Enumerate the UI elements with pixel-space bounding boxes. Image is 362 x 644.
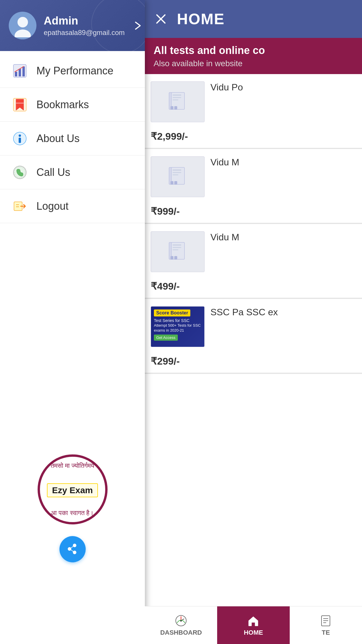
product-item-2[interactable]: Vidu M ₹999/- (145, 149, 362, 224)
nav-home-label: HOME (244, 629, 263, 636)
svg-rect-40 (19, 138, 21, 143)
nav-dashboard-label: DASHBOARD (160, 629, 202, 636)
svg-rect-13 (173, 174, 178, 175)
svg-rect-7 (171, 106, 173, 110)
share-icon (65, 542, 80, 556)
product-info-2: Vidu M (210, 156, 356, 169)
product-item-4[interactable]: Score Booster Test Series for SSC Attemp… (145, 299, 362, 374)
sidebar-item-about[interactable]: About Us (0, 122, 145, 155)
promo-subtitle: Also available in website (154, 59, 353, 68)
svg-rect-20 (173, 249, 178, 250)
svg-rect-5 (173, 97, 181, 98)
svg-point-30 (15, 29, 31, 37)
svg-rect-32 (15, 72, 17, 76)
promo-title: All tests and online co (154, 44, 353, 57)
ssc-badge: Score Booster (154, 309, 190, 316)
sidebar-logo-section: तमसो मा ज्योतिर्गमय Ezy Exam आ पका स्वाग… (38, 454, 108, 562)
left-sidebar: Admin epathasala89@gmail.com My Performa… (0, 0, 145, 644)
logo-hindi-bottom: आ पका स्वागत है। (51, 509, 94, 517)
bottom-nav: DASHBOARD HOME TE (145, 606, 362, 644)
product-price-1: ₹2,999/- (151, 130, 356, 142)
product-price-3: ₹499/- (151, 280, 356, 292)
book-icon-2 (166, 165, 189, 188)
bookmarks-label: Bookmarks (36, 99, 89, 111)
performance-label: My Performance (36, 65, 113, 77)
product-thumbnail-1 (151, 81, 205, 122)
chevron-right-icon (132, 20, 144, 32)
svg-rect-6 (173, 99, 178, 100)
svg-rect-8 (174, 106, 177, 110)
user-info: Admin epathasala89@gmail.com (44, 15, 125, 37)
ezy-exam-logo: तमसो मा ज्योतिर्गमय Ezy Exam आ पका स्वाग… (38, 454, 108, 524)
info-icon (12, 130, 28, 146)
svg-rect-12 (173, 172, 181, 173)
logo-brand: Ezy Exam (47, 483, 98, 497)
svg-rect-37 (16, 103, 24, 104)
share-button[interactable] (59, 536, 86, 562)
profile-chevron-button[interactable] (132, 18, 144, 33)
home-header: HOME (145, 0, 362, 38)
product-thumbnail-3 (151, 231, 205, 272)
call-label: Call Us (36, 166, 70, 178)
product-name-4: SSC Pa SSC ex (210, 306, 356, 318)
book-icon-3 (166, 240, 189, 263)
nav-tests[interactable]: TE (290, 606, 362, 644)
sidebar-menu: My Performance Bookmarks (0, 51, 145, 226)
user-name: Admin (44, 15, 125, 27)
bookmark-icon (12, 97, 28, 113)
svg-rect-18 (173, 244, 181, 246)
sidebar-item-bookmarks[interactable]: Bookmarks (0, 88, 145, 122)
product-info-1: Vidu Po (210, 81, 356, 94)
close-icon (155, 13, 167, 25)
nav-home[interactable]: HOME (217, 606, 289, 644)
product-item-3[interactable]: Vidu M ₹499/- (145, 224, 362, 299)
product-item-1[interactable]: Vidu Po ₹2,999/- (145, 74, 362, 149)
book-icon (166, 90, 189, 113)
tests-icon (319, 614, 332, 627)
svg-rect-22 (174, 256, 177, 260)
sidebar-item-performance[interactable]: My Performance (0, 54, 145, 88)
nav-dashboard[interactable]: DASHBOARD (145, 606, 217, 644)
sidebar-item-logout[interactable]: Logout (0, 189, 145, 223)
svg-rect-33 (19, 69, 21, 76)
product-name-3: Vidu M (210, 231, 356, 244)
product-price-2: ₹999/- (151, 205, 356, 217)
svg-rect-14 (171, 181, 173, 185)
product-name-2: Vidu M (210, 156, 356, 169)
svg-point-39 (19, 134, 21, 137)
user-avatar (9, 12, 36, 39)
svg-point-29 (17, 17, 28, 27)
product-info-4: SSC Pa SSC ex (210, 306, 356, 318)
svg-rect-19 (173, 247, 181, 248)
performance-icon (12, 63, 28, 79)
product-thumbnail-2 (151, 156, 205, 197)
logout-label: Logout (36, 200, 68, 212)
close-button[interactable] (154, 12, 168, 26)
promo-banner: All tests and online co Also available i… (145, 38, 362, 74)
logout-icon (12, 198, 28, 214)
svg-rect-11 (173, 169, 181, 171)
svg-rect-21 (171, 256, 173, 260)
sidebar-item-call[interactable]: Call Us (0, 155, 145, 189)
about-label: About Us (36, 132, 80, 145)
ssc-cta[interactable]: Get Access (154, 335, 178, 341)
home-nav-icon (247, 614, 260, 627)
product-thumbnail-4: Score Booster Test Series for SSC Attemp… (151, 306, 205, 347)
home-title: HOME (177, 10, 225, 28)
svg-rect-4 (173, 94, 181, 96)
ssc-detail: Attempt 500+ Tests for SSC exams in 2020… (154, 323, 201, 333)
product-info-3: Vidu M (210, 231, 356, 244)
user-email: epathasala89@gmail.com (44, 29, 125, 37)
svg-rect-15 (174, 181, 177, 185)
sidebar-header: Admin epathasala89@gmail.com (0, 0, 145, 51)
phone-icon (12, 164, 28, 180)
svg-rect-34 (22, 66, 25, 76)
logo-hindi-top: तमसो मा ज्योतिर्गमय (51, 462, 94, 470)
nav-tests-label: TE (322, 629, 330, 636)
dashboard-icon (175, 614, 188, 627)
right-panel: HOME All tests and online co Also availa… (145, 0, 362, 644)
product-price-4: ₹299/- (151, 355, 356, 367)
product-name-1: Vidu Po (210, 81, 356, 94)
ssc-subtitle: Test Series for SSC (154, 318, 189, 323)
